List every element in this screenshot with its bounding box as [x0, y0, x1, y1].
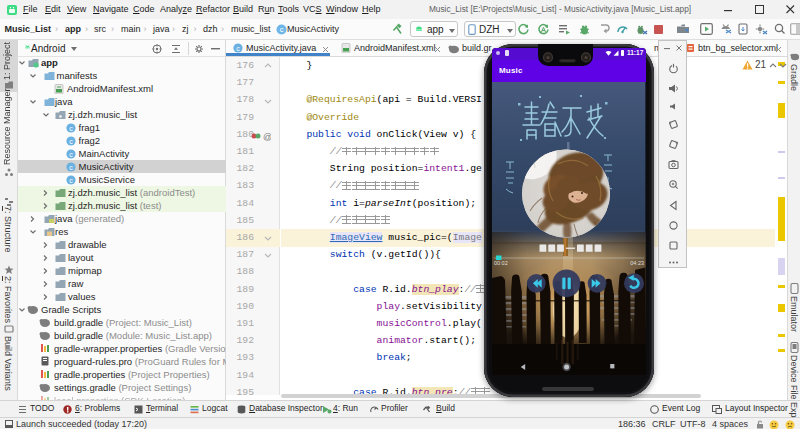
svg-text:00:02: 00:02: [494, 260, 508, 266]
svg-text:c: c: [69, 163, 73, 170]
svg-text:c: c: [69, 137, 73, 144]
svg-text:c: c: [69, 150, 73, 157]
svg-text:c: c: [69, 124, 73, 131]
svg-text:04:23: 04:23: [630, 260, 644, 266]
svg-text:c: c: [236, 45, 240, 52]
svg-text:@: @: [263, 132, 271, 142]
svg-text:c: c: [69, 176, 73, 183]
svg-text:c: c: [279, 25, 283, 34]
